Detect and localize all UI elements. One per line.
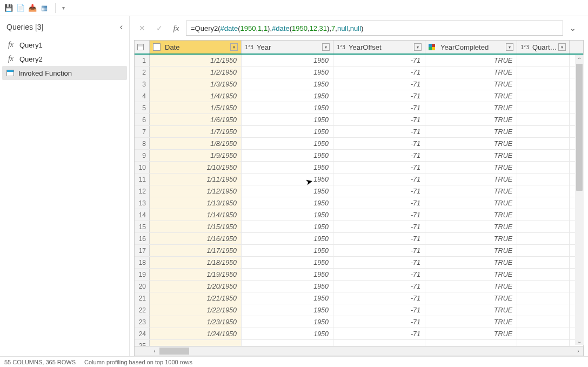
table-row[interactable]: 81/8/19501950-71TRUE	[135, 138, 583, 150]
cell-year[interactable]	[242, 340, 333, 346]
cell-quarterofyear[interactable]	[517, 233, 570, 244]
row-number[interactable]: 4	[135, 90, 150, 102]
cell-quarterofyear[interactable]	[517, 174, 570, 185]
enter-data-icon[interactable]: 📥	[28, 4, 37, 12]
cell-yearcompleted[interactable]: TRUE	[425, 150, 517, 161]
cell-quarterofyear[interactable]	[517, 114, 570, 125]
cell-date[interactable]: 1/6/1950	[150, 114, 242, 125]
cell-date[interactable]: 1/11/1950	[150, 174, 242, 185]
hscroll-thumb[interactable]	[159, 348, 189, 355]
table-row[interactable]: 131/13/19501950-71TRUE	[135, 197, 583, 209]
cell-quarterofyear[interactable]	[517, 340, 570, 346]
cell-yearcompleted[interactable]: TRUE	[425, 245, 517, 256]
column-header-yearcompleted[interactable]: YearCompleted▾	[425, 41, 517, 54]
cell-yearcompleted[interactable]: TRUE	[425, 269, 517, 280]
cell-year[interactable]: 1950	[242, 316, 333, 328]
row-number[interactable]: 5	[135, 102, 150, 114]
cell-date[interactable]: 1/19/1950	[150, 269, 242, 280]
cell-date[interactable]: 1/22/1950	[150, 304, 242, 316]
row-number[interactable]: 16	[135, 233, 150, 244]
cell-yearoffset[interactable]: -71	[333, 316, 425, 328]
cell-yearoffset[interactable]: -71	[333, 55, 425, 66]
table-row[interactable]: 241/24/19501950-71TRUE	[135, 328, 583, 340]
row-number[interactable]: 10	[135, 162, 150, 173]
expand-formula-icon[interactable]: ⌄	[566, 24, 579, 32]
cell-date[interactable]	[150, 340, 242, 346]
cell-date[interactable]: 1/15/1950	[150, 221, 242, 232]
cell-year[interactable]: 1950	[242, 221, 333, 232]
cell-yearcompleted[interactable]	[425, 340, 517, 346]
scroll-up-icon[interactable]: ⌃	[575, 55, 584, 64]
cell-yearoffset[interactable]: -71	[333, 78, 425, 90]
row-number[interactable]: 8	[135, 138, 150, 149]
cell-yearoffset[interactable]: -71	[333, 245, 425, 256]
cell-date[interactable]: 1/8/1950	[150, 138, 242, 149]
cell-yearcompleted[interactable]: TRUE	[425, 304, 517, 316]
cell-date[interactable]: 1/2/1950	[150, 66, 242, 78]
cell-yearcompleted[interactable]: TRUE	[425, 162, 517, 173]
cell-quarterofyear[interactable]	[517, 197, 570, 209]
cell-year[interactable]: 1950	[242, 185, 333, 197]
row-number[interactable]: 20	[135, 281, 150, 292]
cell-yearcompleted[interactable]: TRUE	[425, 55, 517, 66]
fx-icon[interactable]: fx	[170, 24, 183, 33]
cell-yearoffset[interactable]: -71	[333, 150, 425, 161]
cell-quarterofyear[interactable]	[517, 209, 570, 221]
cell-date[interactable]: 1/5/1950	[150, 102, 242, 114]
row-number[interactable]: 15	[135, 221, 150, 232]
table-row[interactable]: 25	[135, 340, 583, 346]
cell-yearcompleted[interactable]: TRUE	[425, 185, 517, 197]
cell-quarterofyear[interactable]	[517, 245, 570, 256]
row-number[interactable]: 21	[135, 292, 150, 304]
cell-yearcompleted[interactable]: TRUE	[425, 316, 517, 328]
row-number[interactable]: 22	[135, 304, 150, 316]
cell-quarterofyear[interactable]	[517, 66, 570, 78]
cell-quarterofyear[interactable]	[517, 138, 570, 149]
row-number[interactable]: 25	[135, 340, 150, 346]
cell-year[interactable]: 1950	[242, 55, 333, 66]
column-filter-dropdown[interactable]: ▾	[230, 43, 238, 51]
cell-date[interactable]: 1/23/1950	[150, 316, 242, 328]
cell-yearoffset[interactable]: -71	[333, 90, 425, 102]
column-filter-dropdown[interactable]: ▾	[414, 43, 422, 51]
column-header-yearoffset[interactable]: YearOffset▾	[333, 41, 425, 54]
cell-yearoffset[interactable]: -71	[333, 281, 425, 292]
cell-yearoffset[interactable]: -71	[333, 257, 425, 268]
cell-yearoffset[interactable]: -71	[333, 209, 425, 221]
cell-yearoffset[interactable]: -71	[333, 185, 425, 197]
table-row[interactable]: 21/2/19501950-71TRUE	[135, 66, 583, 78]
table-row[interactable]: 91/9/19501950-71TRUE	[135, 150, 583, 162]
cell-year[interactable]: 1950	[242, 162, 333, 173]
row-number[interactable]: 13	[135, 197, 150, 209]
cell-yearcompleted[interactable]: TRUE	[425, 78, 517, 90]
cell-yearoffset[interactable]	[333, 340, 425, 346]
cell-date[interactable]: 1/21/1950	[150, 292, 242, 304]
table-row[interactable]: 191/19/19501950-71TRUE	[135, 269, 583, 281]
cell-year[interactable]: 1950	[242, 78, 333, 90]
scroll-down-icon[interactable]: ⌄	[575, 337, 584, 345]
cell-yearcompleted[interactable]: TRUE	[425, 102, 517, 114]
cell-year[interactable]: 1950	[242, 281, 333, 292]
scroll-left-icon[interactable]: ‹	[150, 348, 159, 354]
table-row[interactable]: 31/3/19501950-71TRUE	[135, 78, 583, 90]
cell-year[interactable]: 1950	[242, 257, 333, 268]
cancel-formula-icon[interactable]: ✕	[135, 21, 149, 35]
cell-yearcompleted[interactable]: TRUE	[425, 66, 517, 78]
cell-yearoffset[interactable]: -71	[333, 126, 425, 137]
row-number[interactable]: 11	[135, 174, 150, 185]
cell-yearoffset[interactable]: -71	[333, 269, 425, 280]
cell-date[interactable]: 1/3/1950	[150, 78, 242, 90]
cell-yearcompleted[interactable]: TRUE	[425, 233, 517, 244]
cell-yearcompleted[interactable]: TRUE	[425, 281, 517, 292]
table-row[interactable]: 51/5/19501950-71TRUE	[135, 102, 583, 114]
row-number[interactable]: 9	[135, 150, 150, 161]
cell-year[interactable]: 1950	[242, 269, 333, 280]
select-all-corner[interactable]	[135, 41, 150, 54]
cell-yearoffset[interactable]: -71	[333, 66, 425, 78]
cell-quarterofyear[interactable]	[517, 304, 570, 316]
query-item-query2[interactable]: fxQuery2	[2, 52, 127, 66]
cell-yearcompleted[interactable]: TRUE	[425, 90, 517, 102]
column-filter-dropdown[interactable]: ▾	[322, 43, 330, 51]
cell-quarterofyear[interactable]	[517, 269, 570, 280]
cell-date[interactable]: 1/9/1950	[150, 150, 242, 161]
